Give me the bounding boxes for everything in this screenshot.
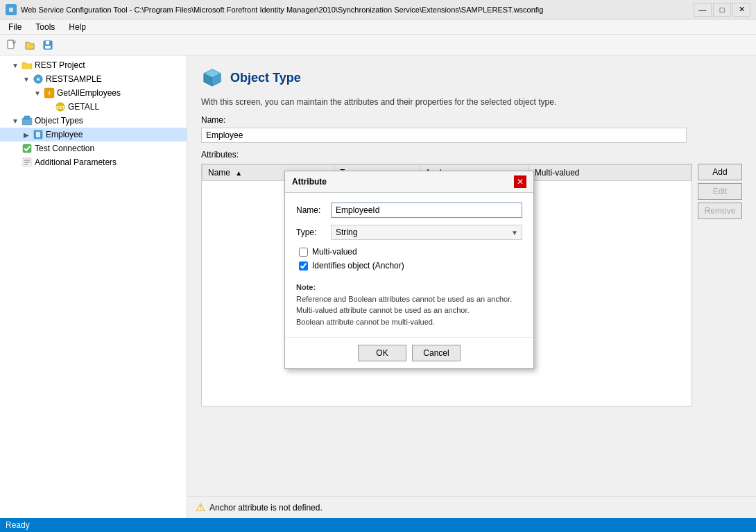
ok-button[interactable]: OK bbox=[358, 345, 406, 361]
svg-rect-15 bbox=[24, 116, 30, 119]
cube-icon bbox=[201, 67, 223, 89]
maximize-button[interactable]: □ bbox=[713, 3, 731, 17]
dialog-footer: OK Cancel bbox=[285, 337, 533, 368]
dialog-note: Note: Reference and Boolean attributes c… bbox=[296, 276, 522, 327]
dialog-name-field: Name: bbox=[296, 203, 522, 218]
open-button[interactable] bbox=[22, 37, 37, 53]
test-icon bbox=[22, 143, 33, 154]
tree-label-restsample: RESTSAMPLE bbox=[46, 74, 102, 84]
warning-text: Anchor attribute is not defined. bbox=[209, 503, 323, 513]
types-icon bbox=[22, 115, 33, 126]
tree-item-getallemployees[interactable]: ▼ f GetAllEmployees bbox=[0, 86, 187, 100]
tree-item-rest-project[interactable]: ▼ REST Project bbox=[0, 58, 187, 72]
note-title: Note: bbox=[296, 283, 316, 291]
dialog-close-button[interactable]: ✕ bbox=[514, 175, 526, 188]
dialog-type-select-wrapper: String Integer Boolean Reference Binary … bbox=[331, 225, 522, 240]
toggle-test: ▶ bbox=[11, 145, 19, 153]
func-icon: f bbox=[44, 87, 55, 98]
remove-attribute-button[interactable]: Remove bbox=[698, 203, 742, 219]
multivalued-label: Multi-valued bbox=[312, 247, 357, 257]
window-controls: ― □ ✕ bbox=[694, 3, 750, 17]
dialog-body: Name: Type: String Integer bbox=[285, 193, 533, 337]
rest-icon: R bbox=[33, 74, 44, 85]
app-icon bbox=[6, 4, 17, 15]
svg-rect-1 bbox=[9, 8, 13, 12]
warning-bar: ⚠ Anchor attribute is not defined. bbox=[187, 496, 756, 518]
attributes-table-wrapper: Name ▲ Type Anchor Multi-v bbox=[201, 164, 692, 406]
method-icon: GET bbox=[55, 101, 66, 112]
dialog-type-label: Type: bbox=[296, 228, 331, 237]
tree-label-rest-project: REST Project bbox=[35, 60, 85, 70]
note-line-1: Reference and Boolean attributes cannot … bbox=[296, 295, 512, 303]
toggle-employee[interactable]: ▶ bbox=[22, 131, 31, 139]
svg-rect-17 bbox=[36, 132, 40, 137]
anchor-row: Identifies object (Anchor) bbox=[296, 261, 522, 271]
params-icon bbox=[22, 157, 33, 168]
tree-item-employee[interactable]: ▶ Employee bbox=[0, 128, 187, 141]
tree-item-additional-parameters[interactable]: ▶ Additional Parameters bbox=[0, 155, 187, 169]
menu-bar: File Tools Help bbox=[0, 19, 756, 35]
multivalued-row: Multi-valued bbox=[296, 247, 522, 257]
folder-icon bbox=[22, 60, 33, 71]
note-line-3: Boolean attribute cannot be multi-valued… bbox=[296, 318, 435, 326]
svg-rect-6 bbox=[45, 46, 51, 49]
dialog-title: Attribute bbox=[292, 177, 327, 187]
status-bar: Ready bbox=[0, 518, 756, 532]
save-button[interactable] bbox=[40, 37, 55, 53]
sort-arrow-name: ▲ bbox=[235, 169, 242, 177]
name-input[interactable] bbox=[201, 128, 687, 143]
new-button[interactable] bbox=[4, 37, 19, 53]
add-attribute-button[interactable]: Add bbox=[698, 164, 742, 180]
tree-label-getallemployees: GetAllEmployees bbox=[57, 88, 121, 98]
attributes-area: Name ▲ Type Anchor Multi-v bbox=[201, 164, 742, 406]
note-line-2: Multi-valued attribute cannot be used as… bbox=[296, 306, 470, 314]
col-multivalued[interactable]: Multi-valued bbox=[529, 165, 691, 181]
svg-rect-3 bbox=[15, 40, 16, 43]
object-type-title: Object Type bbox=[230, 71, 301, 85]
toggle-restsample[interactable]: ▼ bbox=[22, 76, 31, 83]
svg-text:GET: GET bbox=[56, 105, 65, 110]
edit-attribute-button[interactable]: Edit bbox=[698, 183, 742, 200]
cancel-button[interactable]: Cancel bbox=[412, 345, 461, 361]
dialog-name-input[interactable] bbox=[331, 203, 522, 218]
svg-text:f: f bbox=[49, 90, 51, 96]
tree-item-getall[interactable]: ▶ GET GETALL bbox=[0, 100, 187, 114]
toolbar bbox=[0, 35, 756, 55]
anchor-checkbox[interactable] bbox=[299, 261, 308, 271]
close-button[interactable]: ✕ bbox=[732, 3, 750, 17]
multivalued-checkbox[interactable] bbox=[299, 248, 308, 257]
dialog-type-field: Type: String Integer Boolean Reference B… bbox=[296, 225, 522, 240]
dialog-header: Attribute ✕ bbox=[285, 171, 533, 193]
menu-tools[interactable]: Tools bbox=[30, 21, 60, 33]
menu-help[interactable]: Help bbox=[63, 21, 92, 33]
svg-rect-5 bbox=[46, 41, 49, 44]
dialog-type-select[interactable]: String Integer Boolean Reference Binary bbox=[331, 225, 522, 240]
tree-label-test-connection: Test Connection bbox=[35, 144, 94, 153]
object-type-header: Object Type bbox=[201, 67, 742, 89]
tree-label-getall: GETALL bbox=[68, 102, 99, 112]
anchor-label: Identifies object (Anchor) bbox=[312, 261, 404, 271]
name-label: Name: bbox=[201, 115, 742, 125]
tree-item-object-types[interactable]: ▼ Object Types bbox=[0, 114, 187, 128]
tree-item-test-connection[interactable]: ▶ Test Connection bbox=[0, 141, 187, 155]
svg-rect-18 bbox=[23, 144, 31, 153]
minimize-button[interactable]: ― bbox=[694, 3, 712, 17]
tree-item-restsample[interactable]: ▼ R RESTSAMPLE bbox=[0, 72, 187, 86]
menu-file[interactable]: File bbox=[3, 21, 27, 33]
tree-label-additional-parameters: Additional Parameters bbox=[35, 157, 117, 167]
attribute-action-buttons: Add Edit Remove bbox=[698, 164, 742, 406]
toggle-rest-project[interactable]: ▼ bbox=[11, 62, 19, 69]
employee-icon bbox=[33, 129, 44, 140]
attributes-label: Attributes: bbox=[201, 150, 742, 160]
toggle-object-types[interactable]: ▼ bbox=[11, 117, 19, 125]
svg-text:R: R bbox=[36, 77, 40, 82]
toggle-additional: ▶ bbox=[11, 159, 19, 166]
attribute-dialog: Attribute ✕ Name: Type: bbox=[284, 171, 534, 369]
object-type-description: With this screen, you can maintain the a… bbox=[201, 97, 742, 107]
title-bar: Web Service Configuration Tool - C:\Prog… bbox=[0, 0, 756, 19]
tree-label-employee: Employee bbox=[46, 130, 83, 139]
content-panel: Object Type With this screen, you can ma… bbox=[187, 55, 756, 518]
tree-sidebar: ▼ REST Project ▼ R RESTSAMPLE ▼ f GetAll… bbox=[0, 55, 187, 518]
content-inner: Object Type With this screen, you can ma… bbox=[187, 55, 756, 496]
toggle-getallemployees[interactable]: ▼ bbox=[33, 89, 42, 97]
